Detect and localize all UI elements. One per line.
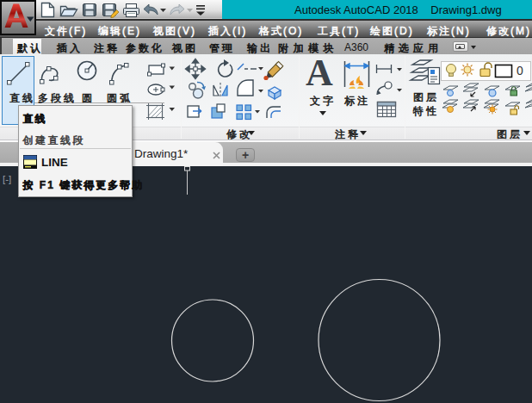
svg-text:0: 0 [517,64,523,78]
